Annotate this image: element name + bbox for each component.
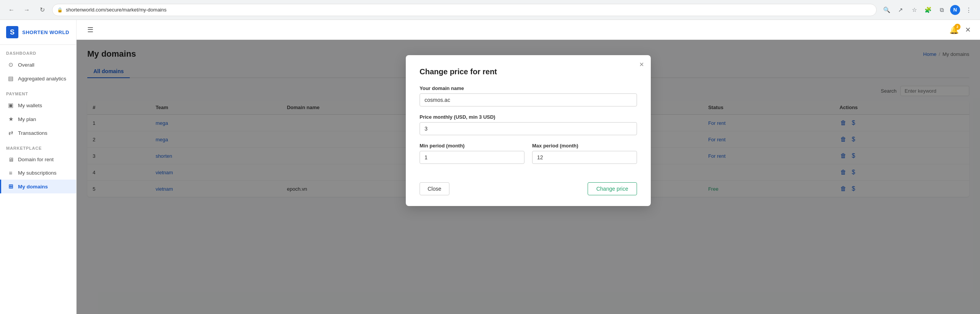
browser-right-icons: 🔍 ↗ ☆ 🧩 ⧉ N ⋮: [881, 5, 974, 15]
bookmark-btn[interactable]: ☆: [909, 5, 920, 15]
sidebar-item-label: Domain for rent: [18, 157, 54, 162]
domain-name-group: Your domain name: [420, 85, 637, 106]
modal-title: Change price for rent: [420, 67, 637, 76]
window-btn[interactable]: ⧉: [936, 5, 947, 15]
logo-icon: S: [6, 26, 18, 38]
max-period-group: Max period (month): [532, 143, 637, 164]
header-right: 🔔 2 ✕: [949, 25, 971, 34]
price-group: Price monthly (USD, min 3 USD): [420, 114, 637, 135]
notification-button[interactable]: 🔔 2: [949, 25, 959, 34]
sidebar-item-label: My plan: [18, 116, 36, 122]
max-period-input[interactable]: [532, 151, 637, 164]
section-label-payment: PAYMENT: [0, 85, 76, 98]
address-bar[interactable]: 🔒 shortenworld.com/secure/market/my-doma…: [52, 4, 877, 16]
search-browser-btn[interactable]: 🔍: [881, 5, 892, 15]
share-btn[interactable]: ↗: [895, 5, 906, 15]
sidebar-logo: S SHORTEN WORLD: [0, 20, 76, 45]
sidebar-item-my-wallets[interactable]: ▣ My wallets: [0, 98, 76, 112]
modal-change-price-button[interactable]: Change price: [588, 182, 637, 195]
domain-name-input[interactable]: [420, 93, 637, 106]
subscriptions-icon: ≡: [7, 170, 14, 176]
wallet-icon: ▣: [7, 102, 14, 109]
period-row: Min period (month) Max period (month): [420, 143, 637, 172]
modal-footer: Close Change price: [420, 182, 637, 195]
reload-button[interactable]: ↻: [37, 5, 47, 15]
sidebar-item-label: My subscriptions: [18, 170, 57, 176]
my-domains-icon: ⊞: [7, 183, 14, 190]
sidebar-item-domain-for-rent[interactable]: 🖥 Domain for rent: [0, 153, 76, 166]
sidebar-item-label: Aggregated analytics: [18, 76, 66, 82]
overall-icon: ⊙: [7, 61, 14, 68]
section-label-dashboard: DASHBOARD: [0, 45, 76, 58]
price-input[interactable]: [420, 122, 637, 135]
forward-button[interactable]: →: [21, 5, 32, 15]
section-label-marketplace: MARKETPLACE: [0, 140, 76, 153]
min-period-label: Min period (month): [420, 143, 524, 149]
analytics-icon: ▤: [7, 75, 14, 82]
sidebar-item-label: My domains: [18, 184, 48, 190]
min-period-input[interactable]: [420, 151, 524, 164]
sidebar-item-overall[interactable]: ⊙ Overall: [0, 58, 76, 72]
menu-btn[interactable]: ⋮: [963, 5, 974, 15]
sidebar-item-label: Overall: [18, 62, 34, 68]
min-period-group: Min period (month): [420, 143, 524, 164]
notification-badge: 2: [954, 24, 960, 30]
hamburger-button[interactable]: ☰: [86, 24, 95, 36]
extensions-btn[interactable]: 🧩: [923, 5, 933, 15]
sidebar-item-aggregated-analytics[interactable]: ▤ Aggregated analytics: [0, 72, 76, 85]
page-body: My domains Home / My domains All domains…: [77, 40, 980, 314]
sidebar-item-transactions[interactable]: ⇄ Transactions: [0, 126, 76, 140]
max-period-label: Max period (month): [532, 143, 637, 149]
logo-text: SHORTEN WORLD: [22, 29, 69, 35]
main-header: ☰ 🔔 2 ✕: [77, 20, 980, 40]
sidebar-item-my-subscriptions[interactable]: ≡ My subscriptions: [0, 166, 76, 180]
modal-close-x-button[interactable]: ×: [639, 61, 644, 68]
browser-avatar[interactable]: N: [950, 5, 960, 15]
close-panel-button[interactable]: ✕: [965, 26, 971, 34]
modal-close-button[interactable]: Close: [420, 182, 449, 195]
sidebar-item-my-plan[interactable]: ★ My plan: [0, 112, 76, 126]
price-label: Price monthly (USD, min 3 USD): [420, 114, 637, 120]
sidebar-item-label: My wallets: [18, 103, 42, 108]
domain-name-label: Your domain name: [420, 85, 637, 91]
plan-icon: ★: [7, 116, 14, 123]
sidebar-item-label: Transactions: [18, 130, 47, 136]
lock-icon: 🔒: [57, 7, 63, 13]
app-layout: S SHORTEN WORLD DASHBOARD ⊙ Overall ▤ Ag…: [0, 20, 980, 314]
modal-change-price: × Change price for rent Your domain name…: [406, 55, 651, 206]
url-text: shortenworld.com/secure/market/my-domain…: [66, 7, 167, 13]
browser-chrome: ← → ↻ 🔒 shortenworld.com/secure/market/m…: [0, 0, 980, 20]
back-button[interactable]: ←: [6, 5, 17, 15]
sidebar: S SHORTEN WORLD DASHBOARD ⊙ Overall ▤ Ag…: [0, 20, 77, 314]
modal-overlay: × Change price for rent Your domain name…: [77, 40, 980, 314]
domain-rent-icon: 🖥: [7, 156, 14, 163]
main-content: ☰ 🔔 2 ✕ My domains Home / My domains: [77, 20, 980, 314]
transactions-icon: ⇄: [7, 129, 14, 136]
sidebar-item-my-domains[interactable]: ⊞ My domains: [0, 180, 76, 193]
